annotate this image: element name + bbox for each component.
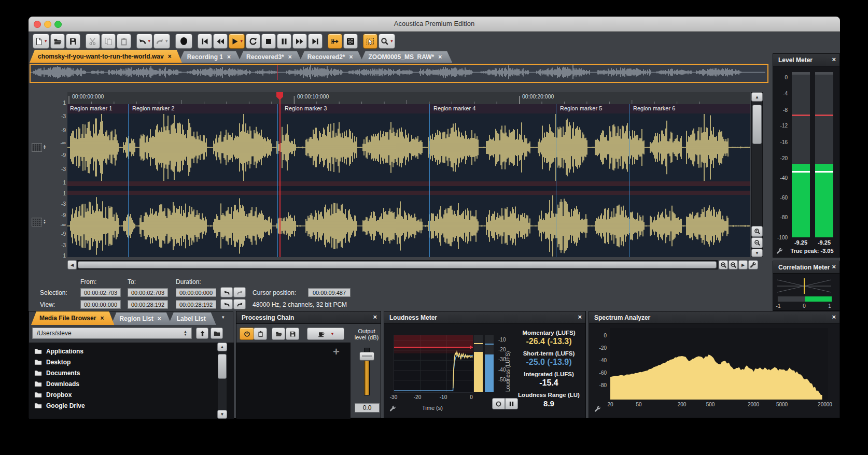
tab-label-list[interactable]: Label List bbox=[169, 312, 216, 325]
spectrum-settings-wrench-icon[interactable] bbox=[594, 406, 601, 413]
scroll-up-button[interactable]: ▲ bbox=[751, 92, 763, 102]
folder-list-item[interactable]: Downloads bbox=[29, 378, 234, 389]
tab-close-icon[interactable]: × bbox=[349, 53, 353, 61]
folder-list-item[interactable]: Dropbox bbox=[29, 389, 234, 400]
tab-region-list[interactable]: Region List× bbox=[111, 312, 171, 325]
channel-spinner[interactable]: ▲▼ bbox=[43, 145, 46, 150]
zoom-in-vertical-button[interactable] bbox=[751, 226, 763, 237]
play-button[interactable]: ▾ bbox=[229, 34, 245, 49]
tab-document[interactable]: Recovered3*× bbox=[238, 51, 302, 63]
view-redo-button[interactable] bbox=[233, 299, 246, 309]
browser-scroll-up-button[interactable]: ▲ bbox=[217, 343, 227, 351]
view-to-field[interactable]: 00:00:28:192 bbox=[128, 300, 168, 309]
view-undo-button[interactable] bbox=[220, 299, 233, 309]
chain-copy-button[interactable] bbox=[254, 328, 267, 340]
selection-tool-button[interactable] bbox=[363, 34, 377, 49]
zoom-tool-button[interactable]: ▾ bbox=[379, 34, 395, 49]
pause-button[interactable] bbox=[277, 34, 291, 49]
selection-duration-field[interactable]: 00:00:00:000 bbox=[176, 288, 216, 297]
cursor-position-field[interactable]: 00:00:09:487 bbox=[308, 288, 351, 297]
channel-1-options-button[interactable]: ▲▼ bbox=[32, 142, 49, 152]
waveform-channel-2[interactable] bbox=[67, 195, 750, 257]
loudness-reset-button[interactable] bbox=[492, 398, 505, 409]
scrub-playback-button[interactable] bbox=[328, 34, 342, 49]
folder-list-item[interactable]: Applications bbox=[29, 346, 234, 357]
multichannel-view-button[interactable] bbox=[343, 34, 358, 49]
zoom-in-horizontal-button[interactable] bbox=[719, 260, 728, 269]
selection-redo-button[interactable] bbox=[233, 287, 246, 297]
go-to-end-button[interactable] bbox=[308, 34, 323, 49]
vertical-scrollbar-thumb[interactable] bbox=[752, 105, 762, 144]
close-panel-icon[interactable]: × bbox=[373, 313, 377, 321]
chain-preset-button[interactable]: ▾ bbox=[307, 328, 344, 340]
chain-save-button[interactable] bbox=[286, 328, 299, 340]
editor-settings-wrench-button[interactable] bbox=[748, 260, 758, 269]
fast-forward-button[interactable] bbox=[292, 34, 307, 49]
region-marker-label[interactable]: Region marker 6 bbox=[633, 105, 675, 111]
folder-list-item[interactable]: Desktop bbox=[29, 357, 234, 367]
tab-overflow-caret-icon[interactable]: ▾ bbox=[222, 315, 225, 320]
save-file-button[interactable] bbox=[66, 34, 80, 49]
region-marker-label[interactable]: Region marker 2 bbox=[132, 105, 174, 111]
tab-document-active[interactable]: chomsky-if-you-want-to-run-the-world.wav… bbox=[30, 50, 182, 63]
close-panel-icon[interactable]: × bbox=[832, 263, 836, 271]
path-combobox[interactable]: /Users/steve ▲▼ bbox=[32, 328, 192, 339]
channel-spinner[interactable]: ▲▼ bbox=[43, 219, 46, 224]
waveform-channel-1[interactable] bbox=[67, 113, 750, 181]
scroll-left-button[interactable]: ◀ bbox=[67, 260, 77, 269]
browser-scroll-down-button[interactable]: ▼ bbox=[217, 410, 227, 419]
region-marker-label[interactable]: Region marker 4 bbox=[433, 105, 475, 111]
folder-list-item[interactable]: Google Drive bbox=[29, 400, 234, 411]
copy-button[interactable] bbox=[101, 34, 116, 49]
overview-waveform-strip[interactable] bbox=[30, 64, 768, 83]
folder-list-item[interactable]: Documents bbox=[29, 367, 234, 378]
tab-close-icon[interactable]: × bbox=[227, 53, 231, 61]
parent-folder-button[interactable] bbox=[196, 328, 208, 339]
output-level-value[interactable]: 0.0 bbox=[355, 403, 380, 413]
stop-button[interactable] bbox=[261, 34, 276, 49]
loop-playback-button[interactable] bbox=[246, 34, 260, 49]
selection-from-field[interactable]: 00:00:02:703 bbox=[80, 288, 121, 297]
chain-open-button[interactable] bbox=[272, 328, 285, 340]
view-duration-field[interactable]: 00:00:28:192 bbox=[176, 300, 216, 309]
paste-button[interactable] bbox=[117, 34, 131, 49]
cut-button[interactable] bbox=[86, 34, 100, 49]
rewind-button[interactable] bbox=[213, 34, 228, 49]
undo-button[interactable]: ▾ bbox=[136, 34, 153, 49]
new-file-button[interactable]: ▾ bbox=[33, 34, 49, 49]
close-panel-icon[interactable]: × bbox=[578, 313, 582, 321]
view-from-field[interactable]: 00:00:00:000 bbox=[80, 300, 121, 309]
tab-close-icon[interactable]: × bbox=[100, 315, 104, 322]
close-panel-icon[interactable]: × bbox=[832, 55, 836, 63]
tab-close-icon[interactable]: × bbox=[288, 53, 292, 61]
zoom-out-vertical-button[interactable] bbox=[751, 237, 763, 248]
tab-close-icon[interactable]: × bbox=[168, 53, 172, 60]
tab-document[interactable]: ZOOM0005_MS_RAW*× bbox=[360, 51, 453, 63]
horizontal-scrollbar-thumb[interactable] bbox=[78, 261, 717, 268]
chain-slot-area[interactable]: + bbox=[236, 343, 351, 419]
loudness-settings-wrench-icon[interactable] bbox=[389, 405, 396, 412]
record-button[interactable] bbox=[175, 34, 192, 49]
tab-document[interactable]: Recording 1× bbox=[179, 51, 241, 63]
channel-2-options-button[interactable]: ▲▼ bbox=[32, 217, 49, 227]
add-effect-button[interactable]: + bbox=[333, 345, 340, 359]
selection-to-field[interactable]: 00:00:02:703 bbox=[128, 288, 168, 297]
scroll-down-button[interactable]: ▼ bbox=[751, 249, 763, 257]
selection-undo-button[interactable] bbox=[220, 287, 233, 297]
region-marker-label[interactable]: Region marker 1 bbox=[70, 105, 112, 111]
browser-scrollbar-thumb[interactable] bbox=[218, 354, 227, 379]
tab-document[interactable]: Recovered2*× bbox=[299, 51, 363, 63]
open-file-button[interactable] bbox=[50, 34, 65, 49]
region-marker-label[interactable]: Region marker 3 bbox=[285, 105, 327, 111]
browse-folder-button[interactable] bbox=[211, 328, 223, 339]
time-ruler[interactable] bbox=[67, 92, 750, 105]
go-to-start-button[interactable] bbox=[198, 34, 212, 49]
meter-settings-wrench-icon[interactable] bbox=[776, 248, 783, 254]
zoom-out-horizontal-button[interactable] bbox=[729, 260, 738, 269]
close-panel-icon[interactable]: × bbox=[832, 313, 836, 321]
combo-spinner-icon[interactable]: ▲▼ bbox=[184, 330, 187, 336]
tab-close-icon[interactable]: × bbox=[158, 315, 161, 322]
redo-button[interactable]: ▾ bbox=[153, 34, 170, 49]
chain-enable-button[interactable] bbox=[240, 328, 254, 340]
region-marker-label[interactable]: Region marker 5 bbox=[560, 105, 602, 111]
